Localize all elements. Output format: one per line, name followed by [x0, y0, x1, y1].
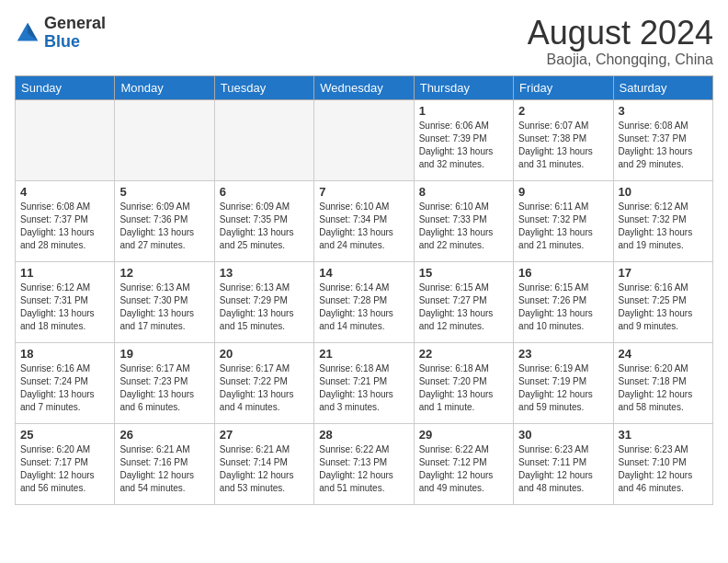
day-number: 12: [119, 266, 209, 280]
day-number: 4: [20, 185, 109, 199]
calendar-cell: 23Sunrise: 6:19 AMSunset: 7:19 PMDayligh…: [514, 342, 613, 423]
day-number: 3: [619, 104, 708, 118]
calendar-cell: [16, 99, 115, 180]
calendar-cell: 7Sunrise: 6:10 AMSunset: 7:34 PMDaylight…: [314, 180, 414, 261]
day-info: Sunrise: 6:20 AMSunset: 7:18 PMDaylight:…: [619, 362, 708, 414]
calendar-cell: 26Sunrise: 6:21 AMSunset: 7:16 PMDayligh…: [115, 423, 214, 504]
calendar-cell: 13Sunrise: 6:13 AMSunset: 7:29 PMDayligh…: [214, 261, 313, 342]
day-number: 22: [419, 347, 508, 361]
calendar-cell: 31Sunrise: 6:23 AMSunset: 7:10 PMDayligh…: [613, 423, 712, 504]
day-number: 16: [518, 266, 608, 280]
day-number: 24: [619, 347, 708, 361]
calendar-cell: 15Sunrise: 6:15 AMSunset: 7:27 PMDayligh…: [414, 261, 513, 342]
day-info: Sunrise: 6:21 AMSunset: 7:16 PMDaylight:…: [119, 443, 209, 495]
day-number: 9: [518, 185, 608, 199]
day-info: Sunrise: 6:14 AMSunset: 7:28 PMDaylight:…: [319, 282, 408, 333]
day-number: 19: [119, 347, 209, 361]
day-info: Sunrise: 6:22 AMSunset: 7:13 PMDaylight:…: [319, 443, 408, 495]
week-row-2: 4Sunrise: 6:08 AMSunset: 7:37 PMDaylight…: [16, 180, 713, 261]
day-info: Sunrise: 6:10 AMSunset: 7:33 PMDaylight:…: [419, 201, 508, 252]
day-info: Sunrise: 6:22 AMSunset: 7:12 PMDaylight:…: [419, 443, 508, 495]
day-number: 5: [119, 185, 209, 199]
calendar-cell: 17Sunrise: 6:16 AMSunset: 7:25 PMDayligh…: [613, 261, 712, 342]
calendar-cell: 1Sunrise: 6:06 AMSunset: 7:39 PMDaylight…: [414, 99, 513, 180]
day-info: Sunrise: 6:07 AMSunset: 7:38 PMDaylight:…: [518, 120, 608, 171]
calendar-cell: [115, 99, 214, 180]
day-info: Sunrise: 6:18 AMSunset: 7:20 PMDaylight:…: [419, 362, 508, 414]
week-row-1: 1Sunrise: 6:06 AMSunset: 7:39 PMDaylight…: [16, 99, 713, 180]
day-number: 20: [220, 347, 309, 361]
day-info: Sunrise: 6:12 AMSunset: 7:32 PMDaylight:…: [619, 201, 708, 252]
day-number: 17: [619, 266, 708, 280]
weekday-header-saturday: Saturday: [613, 75, 712, 99]
day-number: 11: [20, 266, 109, 280]
calendar-cell: 22Sunrise: 6:18 AMSunset: 7:20 PMDayligh…: [414, 342, 513, 423]
calendar-cell: 27Sunrise: 6:21 AMSunset: 7:14 PMDayligh…: [214, 423, 313, 504]
day-info: Sunrise: 6:15 AMSunset: 7:27 PMDaylight:…: [419, 282, 508, 333]
day-number: 29: [419, 428, 508, 442]
calendar-cell: 10Sunrise: 6:12 AMSunset: 7:32 PMDayligh…: [613, 180, 712, 261]
day-number: 27: [220, 428, 309, 442]
day-info: Sunrise: 6:06 AMSunset: 7:39 PMDaylight:…: [419, 120, 508, 171]
day-info: Sunrise: 6:11 AMSunset: 7:32 PMDaylight:…: [518, 201, 608, 252]
calendar-cell: [214, 99, 313, 180]
day-number: 30: [518, 428, 608, 442]
calendar-cell: 6Sunrise: 6:09 AMSunset: 7:35 PMDaylight…: [214, 180, 313, 261]
calendar-cell: 2Sunrise: 6:07 AMSunset: 7:38 PMDaylight…: [514, 99, 613, 180]
day-info: Sunrise: 6:23 AMSunset: 7:11 PMDaylight:…: [518, 443, 608, 495]
logo-icon: [15, 20, 40, 46]
calendar-cell: 5Sunrise: 6:09 AMSunset: 7:36 PMDaylight…: [115, 180, 214, 261]
week-row-3: 11Sunrise: 6:12 AMSunset: 7:31 PMDayligh…: [16, 261, 713, 342]
calendar-table: SundayMondayTuesdayWednesdayThursdayFrid…: [15, 75, 713, 505]
weekday-header-monday: Monday: [115, 75, 214, 99]
day-number: 15: [419, 266, 508, 280]
logo: General Blue: [15, 15, 106, 52]
day-info: Sunrise: 6:12 AMSunset: 7:31 PMDaylight:…: [20, 282, 109, 333]
day-info: Sunrise: 6:17 AMSunset: 7:22 PMDaylight:…: [220, 362, 309, 414]
day-number: 7: [319, 185, 408, 199]
day-info: Sunrise: 6:10 AMSunset: 7:34 PMDaylight:…: [319, 201, 408, 252]
day-info: Sunrise: 6:19 AMSunset: 7:19 PMDaylight:…: [518, 362, 608, 414]
day-info: Sunrise: 6:23 AMSunset: 7:10 PMDaylight:…: [619, 443, 708, 495]
calendar-cell: 3Sunrise: 6:08 AMSunset: 7:37 PMDaylight…: [613, 99, 712, 180]
day-number: 2: [518, 104, 608, 118]
calendar-cell: 16Sunrise: 6:15 AMSunset: 7:26 PMDayligh…: [514, 261, 613, 342]
week-row-5: 25Sunrise: 6:20 AMSunset: 7:17 PMDayligh…: [16, 423, 713, 504]
weekday-header-tuesday: Tuesday: [214, 75, 313, 99]
day-info: Sunrise: 6:20 AMSunset: 7:17 PMDaylight:…: [20, 443, 109, 495]
calendar-cell: 30Sunrise: 6:23 AMSunset: 7:11 PMDayligh…: [514, 423, 613, 504]
day-info: Sunrise: 6:13 AMSunset: 7:29 PMDaylight:…: [220, 282, 309, 333]
day-number: 6: [220, 185, 309, 199]
calendar-cell: 8Sunrise: 6:10 AMSunset: 7:33 PMDaylight…: [414, 180, 513, 261]
day-info: Sunrise: 6:09 AMSunset: 7:36 PMDaylight:…: [119, 201, 209, 252]
day-info: Sunrise: 6:16 AMSunset: 7:25 PMDaylight:…: [619, 282, 708, 333]
day-number: 10: [619, 185, 708, 199]
calendar-cell: 24Sunrise: 6:20 AMSunset: 7:18 PMDayligh…: [613, 342, 712, 423]
weekday-header-thursday: Thursday: [414, 75, 513, 99]
calendar-cell: 28Sunrise: 6:22 AMSunset: 7:13 PMDayligh…: [314, 423, 414, 504]
month-year: August 2024: [528, 15, 713, 52]
title-block: August 2024 Baojia, Chongqing, China: [528, 15, 713, 68]
calendar-cell: 9Sunrise: 6:11 AMSunset: 7:32 PMDaylight…: [514, 180, 613, 261]
calendar-cell: 19Sunrise: 6:17 AMSunset: 7:23 PMDayligh…: [115, 342, 214, 423]
calendar-cell: [314, 99, 414, 180]
day-number: 21: [319, 347, 408, 361]
day-info: Sunrise: 6:21 AMSunset: 7:14 PMDaylight:…: [220, 443, 309, 495]
calendar-cell: 4Sunrise: 6:08 AMSunset: 7:37 PMDaylight…: [16, 180, 115, 261]
weekday-header-sunday: Sunday: [16, 75, 115, 99]
day-number: 14: [319, 266, 408, 280]
day-info: Sunrise: 6:15 AMSunset: 7:26 PMDaylight:…: [518, 282, 608, 333]
day-number: 8: [419, 185, 508, 199]
day-info: Sunrise: 6:16 AMSunset: 7:24 PMDaylight:…: [20, 362, 109, 414]
day-info: Sunrise: 6:18 AMSunset: 7:21 PMDaylight:…: [319, 362, 408, 414]
location: Baojia, Chongqing, China: [528, 52, 713, 68]
week-row-4: 18Sunrise: 6:16 AMSunset: 7:24 PMDayligh…: [16, 342, 713, 423]
day-number: 1: [419, 104, 508, 118]
calendar-cell: 25Sunrise: 6:20 AMSunset: 7:17 PMDayligh…: [16, 423, 115, 504]
calendar-cell: 21Sunrise: 6:18 AMSunset: 7:21 PMDayligh…: [314, 342, 414, 423]
day-number: 31: [619, 428, 708, 442]
page-header: General Blue August 2024 Baojia, Chongqi…: [15, 15, 713, 68]
day-info: Sunrise: 6:08 AMSunset: 7:37 PMDaylight:…: [619, 120, 708, 171]
day-number: 13: [220, 266, 309, 280]
weekday-header-row: SundayMondayTuesdayWednesdayThursdayFrid…: [16, 75, 713, 99]
